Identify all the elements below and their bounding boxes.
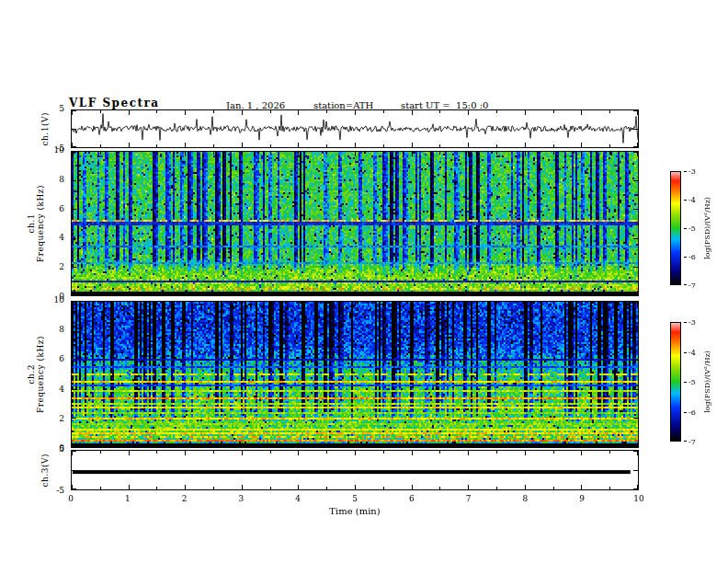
axis-tick: [326, 110, 327, 113]
axis-tick: [412, 110, 413, 115]
axis-tick: [100, 451, 101, 454]
axis-tick: [72, 331, 76, 332]
axis-tick: [298, 485, 299, 489]
axis-tick: [439, 293, 440, 295]
axis-tick: [242, 485, 243, 489]
colorbar-ch2: [670, 322, 681, 442]
axis-tick: [553, 451, 554, 454]
axis-tick: [439, 110, 440, 113]
x-tick-label: 6: [409, 494, 415, 503]
x-tick-label: 2: [182, 494, 188, 503]
axis-tick: [298, 302, 299, 306]
axis-tick: [72, 180, 76, 181]
axis-tick: [355, 451, 356, 455]
axis-tick: [496, 293, 497, 295]
colorbar-tick-label: -4: [688, 349, 696, 357]
axis-tick: [100, 302, 101, 304]
axis-tick: [637, 302, 638, 306]
axis-tick: [185, 485, 186, 489]
y-tick-label: -5: [56, 486, 64, 496]
axis-tick: [242, 302, 243, 306]
y-tick-label: 6: [59, 204, 64, 214]
axis-tick: [185, 451, 186, 455]
ch1-spectrogram-panel: [71, 151, 639, 296]
axis-tick: [581, 302, 582, 306]
axis-tick: [581, 291, 582, 295]
colorbar-tick-mark: [684, 284, 687, 285]
axis-tick: [496, 444, 497, 447]
axis-tick: [633, 418, 638, 419]
axis-tick: [468, 451, 469, 455]
axis-tick: [609, 144, 610, 147]
colorbar-tick-mark: [684, 382, 687, 383]
x-tick-label: 5: [352, 494, 358, 503]
axis-tick: [633, 360, 638, 361]
axis-tick: [72, 209, 76, 210]
axis-tick: [185, 442, 186, 447]
axis-tick: [100, 110, 101, 113]
ch2-spectrogram-panel: [71, 301, 639, 448]
colorbar-tick-label: -5: [688, 378, 696, 386]
x-tick-label: 3: [239, 494, 245, 503]
axis-tick: [156, 144, 157, 147]
axis-tick: [270, 110, 271, 113]
axis-tick: [412, 451, 413, 455]
y-tick-label: 8: [59, 175, 64, 185]
axis-tick: [525, 451, 526, 455]
axis-tick: [412, 485, 413, 489]
axis-tick: [383, 451, 384, 454]
axis-tick: [633, 209, 638, 210]
axis-tick: [326, 152, 327, 155]
axis-tick: [633, 470, 638, 471]
axis-tick: [412, 143, 413, 147]
axis-tick: [496, 302, 497, 304]
axis-tick: [581, 110, 582, 115]
axis-tick: [242, 110, 243, 115]
axis-tick: [496, 152, 497, 155]
axis-tick: [72, 418, 76, 419]
colorbar-tick-label: -4: [688, 196, 696, 204]
colorbar-tick-label: -3: [688, 167, 696, 176]
axis-tick: [633, 238, 638, 239]
axis-tick: [298, 451, 299, 455]
axis-tick: [525, 291, 526, 295]
axis-tick: [129, 442, 130, 447]
axis-tick: [213, 487, 214, 489]
axis-tick: [383, 444, 384, 447]
axis-tick: [270, 302, 271, 304]
y-tick-label: 2: [59, 262, 64, 272]
colorbar-tick-mark: [684, 352, 687, 353]
axis-tick: [581, 143, 582, 147]
axis-tick: [326, 293, 327, 295]
axis-tick: [242, 152, 243, 156]
axis-tick: [412, 442, 413, 447]
axis-tick: [270, 444, 271, 447]
axis-tick: [326, 451, 327, 454]
axis-tick: [468, 152, 469, 156]
axis-tick: [270, 152, 271, 155]
axis-tick: [298, 110, 299, 115]
axis-tick: [581, 442, 582, 447]
axis-tick: [156, 293, 157, 295]
axis-tick: [270, 144, 271, 147]
axis-tick: [609, 444, 610, 447]
axis-tick: [633, 267, 638, 268]
ch1-waveform-panel: [71, 109, 639, 148]
axis-tick: [525, 442, 526, 447]
axis-tick: [72, 389, 76, 390]
y-tick-label: 4: [59, 385, 64, 395]
axis-tick: [468, 302, 469, 306]
colorbar-ch2-label: log(PSD)/(V²/Hz): [700, 316, 713, 447]
colorbar-tick-mark: [684, 412, 687, 413]
axis-tick: [72, 129, 76, 130]
axis-tick: [72, 291, 73, 295]
axis-tick: [525, 143, 526, 147]
axis-tick: [553, 144, 554, 147]
axis-tick: [213, 444, 214, 447]
axis-tick: [439, 487, 440, 489]
axis-tick: [633, 129, 638, 130]
axis-tick: [129, 302, 130, 306]
axis-tick: [185, 143, 186, 147]
axis-tick: [129, 143, 130, 147]
colorbar-tick-mark: [684, 441, 687, 442]
